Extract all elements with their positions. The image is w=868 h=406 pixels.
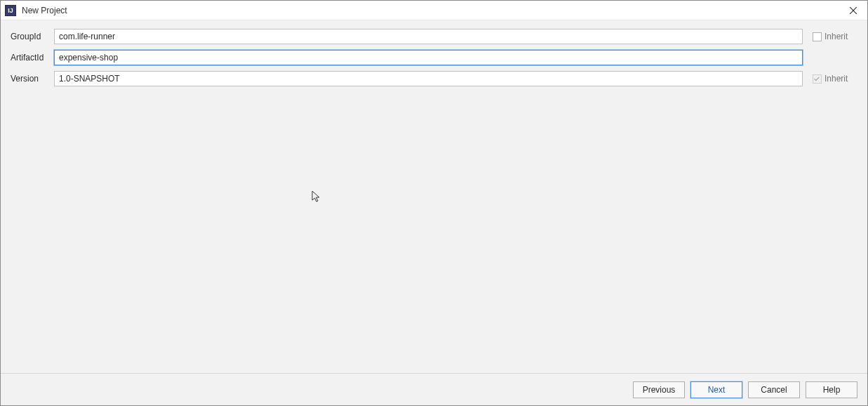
cancel-button[interactable]: Cancel (748, 381, 800, 398)
version-input[interactable] (54, 71, 803, 86)
title-bar: IJ New Project (1, 1, 867, 20)
dialog-content: GroupId Inherit ArtifactId x Version Inh… (1, 20, 867, 373)
version-inherit: Inherit (813, 74, 857, 84)
next-button[interactable]: Next (690, 381, 742, 398)
groupid-inherit-checkbox[interactable] (813, 32, 822, 41)
close-icon (850, 7, 857, 14)
intellij-icon: IJ (5, 5, 16, 16)
groupid-inherit-label: Inherit (824, 32, 848, 41)
groupid-row: GroupId Inherit (11, 29, 857, 44)
version-inherit-checkbox (813, 74, 822, 84)
groupid-input[interactable] (54, 29, 803, 44)
artifactid-label: ArtifactId (11, 53, 54, 63)
version-label: Version (11, 74, 54, 84)
help-button[interactable]: Help (806, 381, 857, 398)
groupid-label: GroupId (11, 32, 54, 41)
groupid-inherit[interactable]: Inherit (813, 32, 857, 41)
version-inherit-label: Inherit (824, 74, 848, 84)
artifactid-input[interactable] (54, 50, 803, 65)
close-button[interactable] (845, 2, 862, 19)
version-row: Version Inherit (11, 71, 857, 86)
button-bar: Previous Next Cancel Help (1, 373, 867, 405)
previous-button[interactable]: Previous (633, 381, 685, 398)
artifactid-row: ArtifactId x (11, 50, 857, 65)
window-title: New Project (22, 6, 845, 15)
